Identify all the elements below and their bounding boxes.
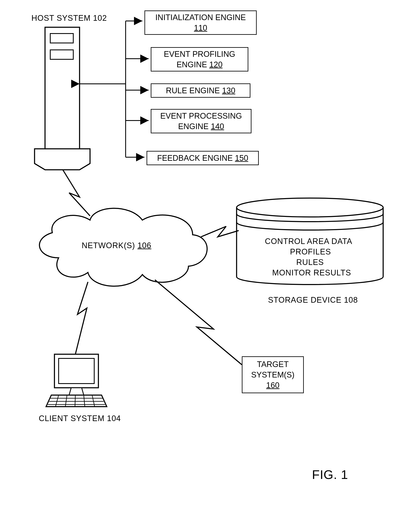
figure-label: FIG. 1 bbox=[312, 467, 348, 482]
zigzag-connectors bbox=[0, 0, 420, 524]
